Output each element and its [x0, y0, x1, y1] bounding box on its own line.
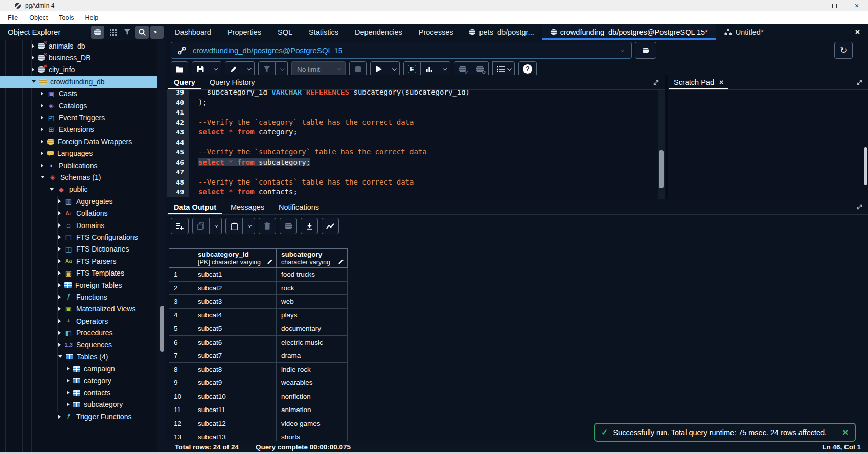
macros-button[interactable]: [492, 61, 515, 77]
editor-scrollbar[interactable]: [658, 90, 665, 199]
edit-column-icon[interactable]: [338, 259, 344, 265]
editor-line[interactable]: 46select * from subcategory;: [167, 157, 658, 168]
tab-notifications[interactable]: Notifications: [271, 199, 326, 214]
row-number-cell[interactable]: 5: [169, 322, 193, 336]
paste-dropdown-button[interactable]: [243, 218, 255, 234]
filter-button[interactable]: [258, 61, 276, 77]
filter-tree-button[interactable]: [121, 26, 134, 39]
row-number-cell[interactable]: 13: [169, 430, 193, 441]
explain-button[interactable]: E: [403, 61, 421, 77]
resize-panel-icon[interactable]: [856, 203, 863, 210]
copy-dropdown-button[interactable]: [210, 218, 222, 234]
edit-column-icon[interactable]: [267, 259, 273, 265]
editor-line[interactable]: 42--Verify the `category` table has the …: [167, 118, 658, 128]
tab-statistics[interactable]: Statistics: [301, 24, 347, 40]
download-button[interactable]: [301, 218, 318, 234]
maximize-button[interactable]: [823, 0, 846, 11]
data-cell[interactable]: drama: [277, 349, 348, 363]
editor-line[interactable]: 39 subcategory_id VARCHAR REFERENCES sub…: [167, 90, 658, 98]
chevron-right-icon[interactable]: [67, 391, 70, 395]
chevron-right-icon[interactable]: [58, 331, 61, 335]
tree-item-public[interactable]: ◆public: [0, 184, 157, 195]
menu-item-help[interactable]: Help: [79, 11, 104, 24]
data-cell[interactable]: wearables: [277, 376, 348, 390]
chevron-right-icon[interactable]: [58, 319, 61, 323]
tree-item-sequences[interactable]: 1..3Sequences: [0, 339, 157, 351]
open-file-button[interactable]: [171, 61, 188, 77]
menu-item-file[interactable]: File: [2, 11, 24, 24]
tab-dependencies[interactable]: Dependencies: [347, 24, 410, 40]
tree-item-procedures[interactable]: ◧Procedures: [0, 327, 157, 338]
new-connection-button[interactable]: [635, 42, 656, 59]
tree-item-foreign-data-wrappers[interactable]: Foreign Data Wrappers: [0, 135, 157, 147]
chevron-down-icon[interactable]: [58, 355, 62, 358]
help-button[interactable]: ?: [518, 61, 537, 77]
tab-query-history[interactable]: Query History: [202, 75, 262, 89]
rollback-button[interactable]: ↺: [471, 61, 489, 77]
stop-button[interactable]: [349, 61, 367, 77]
commit-button[interactable]: ✓: [454, 61, 471, 77]
chevron-right-icon[interactable]: [58, 247, 61, 251]
tab-query[interactable]: Query: [167, 75, 202, 89]
dependencies-button[interactable]: [106, 26, 119, 39]
menu-item-tools[interactable]: Tools: [53, 11, 79, 24]
tree-item-domains[interactable]: ⌂Domains: [0, 219, 157, 231]
chevron-right-icon[interactable]: [58, 223, 61, 228]
editor-line[interactable]: 43select * from category;: [167, 127, 658, 138]
tree-item-languages[interactable]: Languages: [0, 148, 157, 160]
tab-data-output[interactable]: Data Output: [167, 199, 223, 214]
chevron-right-icon[interactable]: [58, 211, 61, 215]
data-cell[interactable]: documentary: [277, 322, 348, 336]
execute-dropdown-button[interactable]: [387, 61, 400, 77]
row-number-cell[interactable]: 12: [169, 417, 193, 431]
chevron-right-icon[interactable]: [67, 402, 70, 406]
editor-line[interactable]: 49select * from contacts;: [167, 187, 658, 197]
tree-item-animals-db[interactable]: animals_db: [0, 40, 157, 52]
close-tab-icon[interactable]: ×: [855, 28, 860, 37]
tab-properties[interactable]: Properties: [219, 24, 269, 40]
resize-panel-icon[interactable]: [653, 79, 659, 86]
chevron-right-icon[interactable]: [41, 140, 43, 144]
tree-item-publications[interactable]: ◖Publications: [0, 160, 157, 171]
editor-line[interactable]: 40);: [167, 98, 658, 108]
editor-line[interactable]: 48--Verify the `contacts` table has the …: [167, 177, 658, 188]
data-cell[interactable]: subcat2: [193, 282, 277, 296]
sidebar-scrollbar-thumb[interactable]: [160, 306, 164, 352]
row-number-cell[interactable]: 4: [169, 309, 193, 323]
copy-button[interactable]: [192, 218, 210, 234]
row-number-cell[interactable]: 8: [169, 363, 193, 377]
sql-editor[interactable]: 39 subcategory_id VARCHAR REFERENCES sub…: [167, 90, 665, 199]
paste-button[interactable]: [225, 218, 243, 234]
limit-select[interactable]: No limit: [291, 61, 346, 77]
edit-dropdown-button[interactable]: [242, 61, 255, 77]
tree-item-materialized-views[interactable]: ▣Materialized Views: [0, 303, 157, 315]
data-cell[interactable]: plays: [277, 309, 348, 323]
chevron-right-icon[interactable]: [58, 283, 61, 287]
tree-item-schemas-1[interactable]: ◈Schemas (1): [0, 171, 157, 183]
tab-untitled[interactable]: Untitled*: [716, 24, 772, 40]
data-cell[interactable]: indie rock: [277, 363, 348, 377]
chevron-down-icon[interactable]: [50, 188, 54, 191]
save-data-button[interactable]: [280, 218, 297, 234]
chevron-down-icon[interactable]: [32, 80, 36, 83]
explain-analyze-button[interactable]: [421, 61, 438, 77]
tab-scratch-pad[interactable]: Scratch Pad ×: [668, 75, 729, 89]
close-window-button[interactable]: ×: [846, 0, 868, 11]
data-cell[interactable]: subcat12: [193, 417, 277, 431]
tree-item-foreign-tables[interactable]: Foreign Tables: [0, 279, 157, 291]
chevron-right-icon[interactable]: [67, 379, 70, 383]
data-cell[interactable]: food trucks: [277, 268, 348, 282]
tree-item-tables-4[interactable]: Tables (4): [0, 351, 157, 362]
data-cell[interactable]: subcat1: [193, 268, 277, 282]
tab-crowdfunding-db-postgres-postgresql-15[interactable]: crowdfunding_db/postgres@PostgreSQL 15*: [542, 24, 716, 40]
chevron-right-icon[interactable]: [32, 56, 34, 60]
psql-tool-button[interactable]: >_: [150, 26, 164, 39]
editor-scrollbar-thumb[interactable]: [659, 150, 664, 188]
edit-button[interactable]: [225, 61, 242, 77]
tab-messages[interactable]: Messages: [223, 199, 271, 214]
add-server-button[interactable]: [91, 26, 104, 39]
minimize-button[interactable]: [801, 0, 823, 11]
tree-item-subcategory[interactable]: subcategory: [0, 399, 157, 411]
chevron-right-icon[interactable]: [41, 116, 43, 120]
chevron-right-icon[interactable]: [58, 271, 61, 275]
